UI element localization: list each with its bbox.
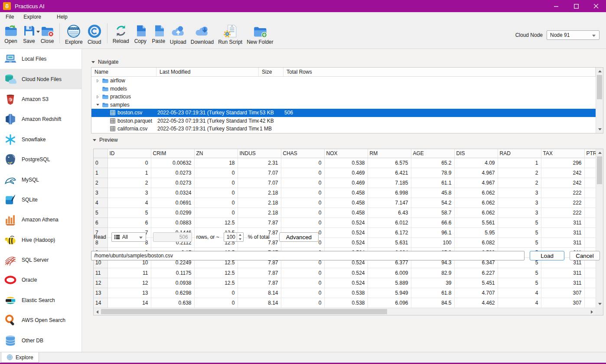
scroll-down-button[interactable] [596,126,603,133]
table-cell[interactable]: 0 [194,168,238,178]
table-cell[interactable]: 6.227 [454,268,498,278]
table-cell[interactable]: 0.469 [324,168,368,178]
sidebar-item-amazon-s3[interactable]: Amazon S3 [0,89,81,109]
table-cell[interactable]: 65.2 [411,158,454,168]
table-cell[interactable]: 0 [281,278,324,288]
table-cell[interactable]: 0.524 [324,238,368,248]
table-cell[interactable]: 7.87 [238,278,281,288]
table-cell[interactable]: 12 [108,278,151,288]
row-header[interactable]: 1 [94,168,108,178]
sidebar-item-cloud-node-files[interactable]: Cloud Node Files [0,69,81,89]
tree-row-practicus[interactable]: practicus [91,93,596,101]
table-cell[interactable] [584,168,596,178]
upload-button[interactable]: Upload [168,23,189,45]
table-cell[interactable]: 5.949 [368,288,411,298]
tree-row-models[interactable]: models [91,85,596,93]
table-cell[interactable]: 5.451 [454,278,498,288]
row-header[interactable]: 13 [94,288,108,298]
table-cell[interactable]: 0.524 [324,268,368,278]
table-cell[interactable]: 0 [281,158,324,168]
table-cell[interactable] [584,238,596,248]
table-cell[interactable]: 2.18 [238,188,281,198]
table-cell[interactable] [584,278,596,288]
table-cell[interactable]: 0 [281,218,324,228]
table-cell[interactable]: 311 [541,228,584,238]
table-cell[interactable]: 6.012 [368,218,411,228]
reload-button[interactable]: Reload [111,23,131,44]
scroll-thumb[interactable] [597,156,602,184]
tree-row-boston-csv[interactable]: boston.csv2022-05-23 07:19:31 (Turkey St… [91,109,596,117]
chevron-down-icon[interactable] [96,103,100,107]
table-cell[interactable] [584,228,596,238]
explore-button[interactable]: Explore [63,23,85,45]
advanced-button[interactable]: Advanced [279,232,319,242]
table-cell[interactable]: 5.631 [368,238,411,248]
table-cell[interactable]: 100 [411,238,454,248]
tab-explore[interactable]: Explore [1,352,39,363]
read-mode-select[interactable]: All [111,232,146,242]
column-header-rad[interactable]: RAD [498,149,541,158]
cancel-button[interactable]: Cancel [570,251,600,260]
table-cell[interactable]: 0 [281,288,324,298]
table-cell[interactable]: 58.7 [411,208,454,218]
table-cell[interactable]: 6.096 [368,298,411,308]
table-cell[interactable]: 5 [498,268,541,278]
scroll-up-button[interactable] [596,149,603,156]
cloud-button[interactable]: Cloud [85,23,104,45]
table-cell[interactable]: 6.009 [368,268,411,278]
table-cell[interactable]: 6.421 [368,168,411,178]
row-header[interactable]: 11 [94,268,108,278]
row-header[interactable]: 14 [94,298,108,308]
sidebar-item-aws-open-search[interactable]: AWS Open Search [0,310,81,330]
new-folder-button[interactable]: New Folder [244,23,275,45]
table-cell[interactable]: 307 [541,288,584,298]
table-cell[interactable]: 6.062 [454,188,498,198]
sidebar-item-other-db[interactable]: Other DB [0,330,81,350]
sidebar-item-sqlite[interactable]: SQLite [0,190,81,210]
table-cell[interactable]: 3 [108,188,151,198]
table-cell[interactable]: 311 [541,268,584,278]
scroll-left-button[interactable] [94,308,101,315]
table-cell[interactable]: 6.575 [368,158,411,168]
table-cell[interactable]: 2 [498,168,541,178]
table-cell[interactable]: 222 [541,198,584,208]
minimize-button[interactable] [546,0,566,12]
table-cell[interactable]: 11 [108,268,151,278]
table-cell[interactable]: 2.18 [238,208,281,218]
table-cell[interactable]: 0 [281,208,324,218]
column-header-tax[interactable]: TAX [541,149,584,158]
table-cell[interactable]: 0 [194,188,238,198]
table-cell[interactable] [584,178,596,188]
table-cell[interactable]: 0.538 [324,298,368,308]
sidebar-item-local-files[interactable]: Local Files [0,49,81,69]
table-cell[interactable]: 0.458 [324,208,368,218]
table-cell[interactable] [584,188,596,198]
table-cell[interactable]: 0.0324 [151,188,194,198]
table-cell[interactable]: 0.1175 [151,268,194,278]
row-header[interactable]: 5 [94,208,108,218]
row-header[interactable]: 12 [94,278,108,288]
table-cell[interactable]: 0.538 [324,288,368,298]
table-cell[interactable] [584,268,596,278]
table-cell[interactable]: 82.9 [411,268,454,278]
tree-row-california-csv[interactable]: california.csv2022-05-23 07:19:31 (Turke… [91,125,596,133]
table-cell[interactable]: 18 [194,158,238,168]
table-cell[interactable]: 6.082 [454,238,498,248]
table-cell[interactable]: 66.6 [411,218,454,228]
table-cell[interactable]: 0.00632 [151,158,194,168]
table-cell[interactable]: 0 [281,298,324,308]
table-cell[interactable]: 2 [498,178,541,188]
table-cell[interactable]: 61.8 [411,288,454,298]
table-cell[interactable]: 7.185 [368,178,411,188]
sidebar-item-elastic-search[interactable]: Elastic Search [0,290,81,310]
table-cell[interactable]: 6.43 [368,208,411,218]
table-cell[interactable]: 7.87 [238,268,281,278]
table-cell[interactable]: 0.524 [324,218,368,228]
sidebar-item-postgresql[interactable]: PostgreSQL [0,150,81,169]
table-cell[interactable]: 296 [541,158,584,168]
scroll-down-button[interactable] [596,300,603,308]
table-cell[interactable]: 5 [498,238,541,248]
spinner-down-button[interactable] [237,237,243,241]
table-cell[interactable]: 4.967 [454,168,498,178]
table-cell[interactable]: 14 [108,298,151,308]
